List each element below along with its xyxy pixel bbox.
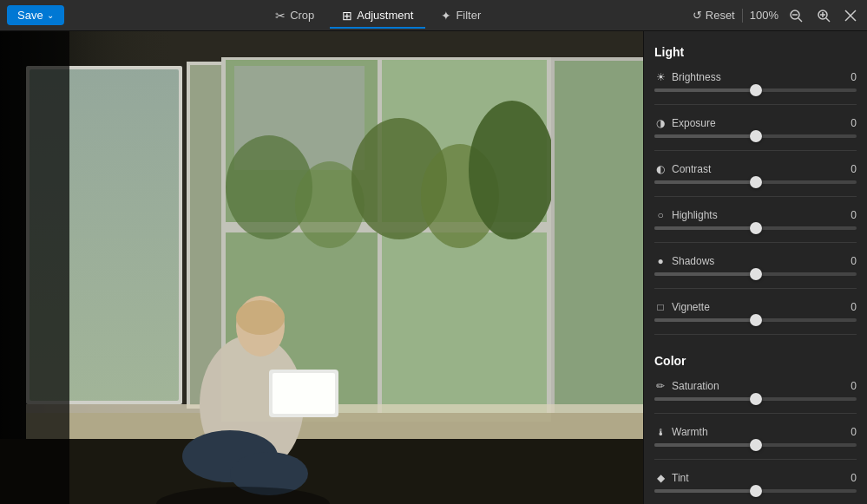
reset-button[interactable]: ↺ Reset (693, 9, 735, 22)
save-chevron-icon: ⌄ (47, 10, 54, 20)
exposure-label: ◑ Exposure (654, 117, 716, 129)
light-section-title: Light (654, 45, 857, 59)
vignette-slider-row: □ Vignette 0 (654, 301, 857, 322)
color-section-title: Color (654, 354, 857, 368)
zoom-level: 100% (750, 9, 778, 22)
tab-filter-label: Filter (456, 9, 481, 22)
shadows-icon: ● (654, 255, 667, 267)
shadows-label-text: Shadows (672, 255, 714, 267)
contrast-value: 0 (851, 163, 857, 175)
main-content: Light ☀ Brightness 0 ◑ Exposure (0, 31, 867, 504)
image-area (0, 31, 643, 504)
tab-crop[interactable]: ✂ Crop (263, 3, 326, 28)
warmth-track[interactable] (654, 443, 857, 447)
contrast-icon: ◐ (654, 163, 667, 175)
warmth-label-row: 🌡 Warmth 0 (654, 426, 857, 438)
adjustment-icon: ⊞ (342, 9, 352, 23)
contrast-label: ◐ Contrast (654, 163, 711, 175)
warmth-label-text: Warmth (672, 426, 708, 438)
tint-track[interactable] (654, 489, 857, 493)
shadows-slider-row: ● Shadows 0 (654, 255, 857, 276)
brightness-label-text: Brightness (672, 71, 721, 83)
tint-value: 0 (851, 472, 857, 484)
tab-crop-label: Crop (290, 9, 314, 22)
topbar-right: ↺ Reset 100% (693, 7, 860, 24)
svg-rect-28 (555, 61, 643, 418)
warmth-value: 0 (851, 426, 857, 438)
highlights-label-row: ○ Highlights 0 (654, 209, 857, 221)
crop-icon: ✂ (275, 9, 286, 23)
exposure-label-text: Exposure (672, 117, 716, 129)
svg-rect-39 (0, 31, 69, 504)
brightness-track[interactable] (654, 88, 857, 92)
shadows-value: 0 (851, 255, 857, 267)
saturation-value: 0 (851, 380, 857, 392)
tab-adjustment[interactable]: ⊞ Adjustment (330, 3, 425, 28)
photo-canvas (0, 31, 643, 504)
svg-line-1 (798, 18, 802, 22)
brightness-label: ☀ Brightness (654, 71, 721, 83)
exposure-icon: ◑ (654, 117, 667, 129)
svg-rect-40 (221, 57, 551, 422)
zoom-in-icon (817, 9, 831, 23)
topbar: Save ⌄ ✂ Crop ⊞ Adjustment ✦ Filter ↺ Re… (0, 0, 867, 31)
nav-tabs: ✂ Crop ⊞ Adjustment ✦ Filter (263, 3, 493, 28)
reset-label: Reset (706, 9, 735, 22)
exposure-track[interactable] (654, 134, 857, 138)
saturation-icon: ✏ (654, 380, 667, 392)
tint-label-row: ◆ Tint 0 (654, 472, 857, 484)
warmth-label: 🌡 Warmth (654, 426, 708, 438)
tab-adjustment-label: Adjustment (357, 9, 413, 22)
svg-line-4 (826, 18, 830, 22)
tint-icon: ◆ (654, 472, 667, 484)
warmth-slider-row: 🌡 Warmth 0 (654, 426, 857, 447)
reset-icon: ↺ (693, 9, 702, 22)
highlights-value: 0 (851, 209, 857, 221)
warmth-icon: 🌡 (654, 426, 667, 438)
exposure-slider-row: ◑ Exposure 0 (654, 117, 857, 138)
save-button[interactable]: Save ⌄ (7, 5, 64, 25)
brightness-slider-row: ☀ Brightness 0 (654, 71, 857, 92)
svg-rect-31 (0, 439, 643, 504)
shadows-track[interactable] (654, 272, 857, 276)
tint-label-text: Tint (672, 472, 689, 484)
close-icon (844, 10, 857, 22)
filter-icon: ✦ (441, 9, 451, 23)
tab-filter[interactable]: ✦ Filter (429, 3, 493, 28)
save-label: Save (17, 9, 43, 22)
zoom-out-button[interactable] (785, 7, 806, 24)
tint-label: ◆ Tint (654, 472, 689, 484)
divider (742, 9, 743, 23)
vignette-icon: □ (654, 301, 667, 313)
exposure-value: 0 (851, 117, 857, 129)
saturation-label-row: ✏ Saturation 0 (654, 380, 857, 392)
vignette-track[interactable] (654, 318, 857, 322)
vignette-value: 0 (851, 301, 857, 313)
vignette-label: □ Vignette (654, 301, 710, 313)
close-button[interactable] (841, 8, 860, 23)
highlights-label: ○ Highlights (654, 209, 718, 221)
saturation-slider-row: ✏ Saturation 0 (654, 380, 857, 401)
vignette-label-text: Vignette (672, 301, 710, 313)
vignette-label-row: □ Vignette 0 (654, 301, 857, 313)
highlights-icon: ○ (654, 209, 667, 221)
highlights-label-text: Highlights (672, 209, 718, 221)
saturation-track[interactable] (654, 397, 857, 401)
zoom-out-icon (789, 9, 803, 23)
side-panel: Light ☀ Brightness 0 ◑ Exposure (643, 31, 867, 504)
contrast-label-text: Contrast (672, 163, 711, 175)
saturation-label-text: Saturation (672, 380, 719, 392)
zoom-in-button[interactable] (813, 7, 834, 24)
brightness-icon: ☀ (654, 71, 667, 83)
exposure-label-row: ◑ Exposure 0 (654, 117, 857, 129)
shadows-label: ● Shadows (654, 255, 714, 267)
saturation-label: ✏ Saturation (654, 380, 719, 392)
highlights-track[interactable] (654, 226, 857, 230)
brightness-value: 0 (851, 71, 857, 83)
tint-slider-row: ◆ Tint 0 (654, 472, 857, 493)
highlights-slider-row: ○ Highlights 0 (654, 209, 857, 230)
contrast-label-row: ◐ Contrast 0 (654, 163, 857, 175)
contrast-slider-row: ◐ Contrast 0 (654, 163, 857, 184)
contrast-track[interactable] (654, 180, 857, 184)
brightness-label-row: ☀ Brightness 0 (654, 71, 857, 83)
